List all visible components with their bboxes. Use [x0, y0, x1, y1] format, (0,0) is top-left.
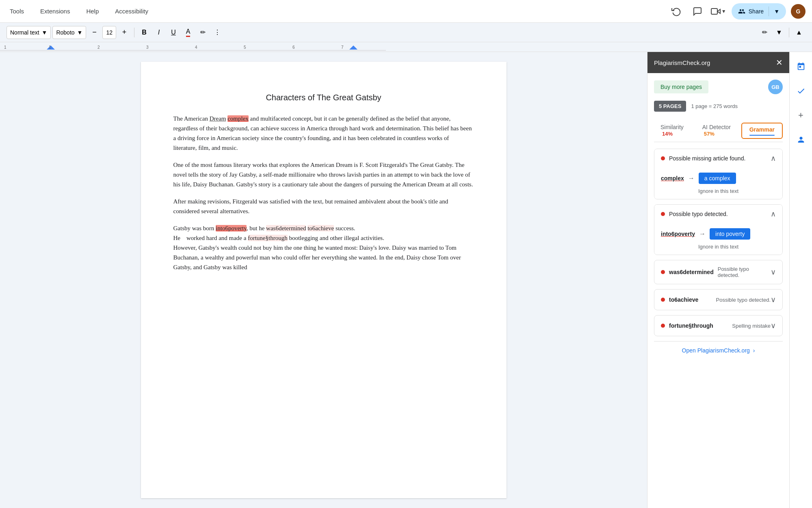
panel-title: PlagiarismCheck.org — [654, 59, 710, 66]
error-dot-1 — [661, 156, 665, 160]
ruler: 1 1 2 3 4 5 6 7 — [0, 42, 812, 52]
error-original-2: into6poverty — [661, 231, 695, 237]
menu-tools[interactable]: Tools — [6, 6, 27, 16]
top-bar-right: ▼ Share ▼ G — [668, 3, 806, 19]
error-dot-2 — [661, 212, 665, 216]
add-icon[interactable]: + — [793, 107, 809, 123]
font-label: Roboto — [56, 29, 74, 36]
text-style-chevron-icon: ▼ — [42, 29, 48, 36]
error-card-3-row[interactable]: was6determined Possible typo detected. ∨ — [654, 260, 782, 284]
error-card-1-header[interactable]: Possible missing article found. ∧ — [654, 149, 782, 168]
paragraph-2-note: After making revisions, Fitzgerald was s… — [173, 197, 474, 216]
menu-accessibility[interactable]: Accessibility — [112, 6, 152, 16]
error-chevron-4[interactable]: ∨ — [771, 295, 776, 304]
tab-ai-detector[interactable]: AI Detector 57% — [696, 120, 738, 142]
italic-btn[interactable]: I — [152, 26, 165, 39]
error-fix-1[interactable]: a complex — [699, 173, 736, 184]
paragraph-2: One of the most famous literary works th… — [173, 160, 474, 189]
error-collapsed-sub-3: Possible typo detected. — [718, 266, 771, 278]
avatar[interactable]: G — [791, 4, 806, 19]
was6determined-highlight: was6determined — [266, 225, 306, 231]
error-chevron-3[interactable]: ∨ — [771, 268, 776, 277]
comment-icon[interactable] — [689, 3, 706, 19]
history-icon[interactable] — [668, 3, 684, 19]
error-card-5-row[interactable]: fortune§through Spelling mistake ∨ — [654, 316, 782, 336]
error-dot-3 — [661, 270, 665, 274]
pencil-chevron-icon[interactable]: ▼ — [773, 26, 786, 39]
svg-text:3: 3 — [146, 45, 149, 50]
svg-marker-4 — [349, 45, 357, 50]
error-card-5[interactable]: fortune§through Spelling mistake ∨ — [654, 315, 783, 336]
error-card-2: Possible typo detected. ∧ into6poverty →… — [654, 204, 783, 255]
formatting-toolbar: Normal text ▼ Roboto ▼ − 12 + B I U A ✏ … — [0, 23, 812, 42]
svg-text:1: 1 — [4, 45, 6, 50]
bold-btn[interactable]: B — [138, 26, 151, 39]
share-label: Share — [749, 8, 764, 15]
increase-font-btn[interactable]: + — [118, 26, 131, 39]
pencil-icon[interactable]: ✏ — [758, 26, 771, 39]
svg-text:5: 5 — [244, 45, 246, 50]
person-icon[interactable] — [793, 132, 809, 148]
panel-header: PlagiarismCheck.org ✕ — [647, 52, 789, 73]
menu-extensions[interactable]: Extensions — [37, 6, 73, 16]
error-chevron-1[interactable]: ∧ — [771, 154, 776, 163]
error-collapsed-title-4: to6achieve — [669, 296, 712, 303]
ignore-link-2[interactable]: Ignore in this text — [661, 244, 776, 250]
error-card-2-header[interactable]: Possible typo detected. ∧ — [654, 205, 782, 223]
error-title-1: Possible missing article found. — [669, 155, 771, 162]
svg-text:2: 2 — [97, 45, 100, 50]
ignore-link-1[interactable]: Ignore in this text — [661, 188, 776, 194]
error-card-1: Possible missing article found. ∧ comple… — [654, 149, 783, 199]
error-card-3[interactable]: was6determined Possible typo detected. ∨ — [654, 260, 783, 284]
text-style-label: Normal text — [10, 29, 39, 36]
error-body-2: into6poverty → into poverty Ignore in th… — [654, 223, 782, 255]
pages-text: 1 page = 275 words — [691, 103, 738, 109]
main-area: Characters of The Great Gatsby The Ameri… — [0, 52, 812, 508]
error-dot-4 — [661, 298, 665, 302]
open-plagiarism-link[interactable]: Open PlagiarismCheck.org › — [654, 341, 783, 359]
video-icon[interactable]: ▼ — [710, 3, 727, 19]
decrease-font-btn[interactable]: − — [88, 26, 101, 39]
menu-help[interactable]: Help — [83, 6, 102, 16]
tabs-row: Similarity 14% AI Detector 57% Grammar — [654, 120, 783, 142]
panel-content: Buy more pages GB 5 PAGES 1 page = 275 w… — [647, 73, 789, 508]
menu-bar: Tools Extensions Help Accessibility — [6, 6, 152, 16]
error-correction-1: complex → a complex — [661, 173, 776, 184]
error-collapsed-sub-5: Spelling mistake — [732, 323, 771, 329]
collapse-btn[interactable]: ▲ — [793, 26, 806, 39]
paragraph-3: Gatsby was born into6poverty, but he was… — [173, 223, 474, 272]
error-card-4-row[interactable]: to6achieve Possible typo detected. ∨ — [654, 290, 782, 310]
error-chevron-2[interactable]: ∧ — [771, 210, 776, 218]
error-card-4[interactable]: to6achieve Possible typo detected. ∨ — [654, 289, 783, 310]
buy-pages-row: Buy more pages GB — [654, 80, 783, 94]
tab-grammar[interactable]: Grammar — [741, 123, 783, 139]
open-link-chevron-icon: › — [753, 347, 755, 354]
text-style-selector[interactable]: Normal text ▼ — [6, 26, 51, 39]
svg-text:7: 7 — [341, 45, 344, 50]
font-size-input[interactable]: 12 — [102, 26, 116, 39]
tab-similarity[interactable]: Similarity 14% — [654, 120, 693, 142]
panel-close-btn[interactable]: ✕ — [776, 58, 783, 67]
svg-text:4: 4 — [195, 45, 197, 50]
gb-badge: GB — [768, 80, 783, 94]
error-correction-2: into6poverty → into poverty — [661, 228, 776, 240]
more-options-btn[interactable]: ⋮ — [211, 26, 224, 39]
share-chevron-icon[interactable]: ▼ — [774, 8, 780, 15]
error-arrow-1: → — [688, 175, 695, 182]
font-color-btn[interactable]: A — [182, 26, 195, 39]
font-chevron-icon: ▼ — [77, 29, 83, 36]
calendar-icon[interactable] — [793, 58, 809, 75]
error-fix-2[interactable]: into poverty — [710, 228, 750, 240]
error-chevron-5[interactable]: ∨ — [771, 321, 776, 330]
font-selector[interactable]: Roboto ▼ — [52, 26, 86, 39]
error-collapsed-title-5: fortune§through — [669, 322, 728, 329]
error-collapsed-title-3: was6determined — [669, 269, 714, 275]
underline-btn[interactable]: U — [167, 26, 180, 39]
ruler-content: 1 1 2 3 4 5 6 7 — [0, 42, 812, 52]
share-button[interactable]: Share ▼ — [732, 3, 786, 19]
top-bar: Tools Extensions Help Accessibility ▼ Sh… — [0, 0, 812, 23]
check-icon[interactable] — [793, 83, 809, 99]
buy-pages-button[interactable]: Buy more pages — [654, 80, 708, 93]
pages-info: 5 PAGES 1 page = 275 words — [654, 101, 783, 112]
highlight-btn[interactable]: ✏ — [196, 26, 209, 39]
